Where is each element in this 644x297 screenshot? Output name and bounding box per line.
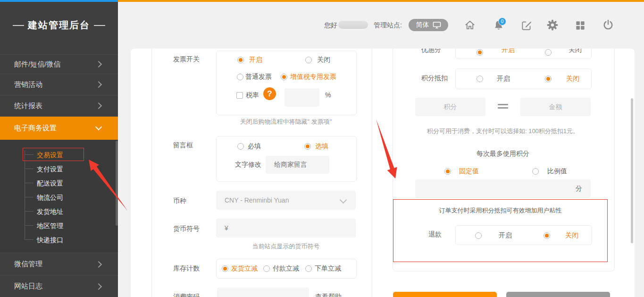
submenu-tree-line: [25, 150, 25, 240]
chevron-right-icon: [95, 102, 102, 109]
tax-rate-label[interactable]: 税率: [246, 91, 259, 100]
submenu-item-express-api[interactable]: 快递接口: [37, 236, 63, 245]
refund-off-label[interactable]: 关闭: [565, 231, 578, 240]
apps-grid-icon[interactable]: [574, 19, 586, 32]
power-logout-icon[interactable]: [602, 19, 614, 31]
greeting-text: 您好: [324, 21, 337, 30]
sidebar-item-label: 微信管理: [14, 260, 42, 269]
settings-gear-icon[interactable]: [546, 19, 559, 31]
refund-on-label[interactable]: 开启: [499, 231, 512, 240]
tree-tick: [25, 239, 33, 240]
sidebar-item-marketing[interactable]: 营销活动: [0, 74, 118, 95]
submenu-item-shipping-address[interactable]: 发货地址: [37, 208, 63, 216]
fixed-value-label[interactable]: 固定值: [459, 167, 479, 176]
message-text-input[interactable]: 给商家留言: [266, 156, 329, 174]
tree-tick: [25, 197, 33, 197]
equals-sign: [498, 104, 508, 105]
ecommerce-submenu: 交易设置 支付设置 配送设置 物流公司 发货地址 地区管理 快递接口: [0, 140, 118, 253]
header-top-accent: [118, 0, 644, 2]
vat-invoice-label[interactable]: 增值税专用发票: [290, 73, 336, 81]
submenu-item-logistics-company[interactable]: 物流公司: [37, 194, 63, 202]
sidebar-top-accent: [0, 0, 118, 2]
view-help-link[interactable]: 查看帮助: [315, 293, 342, 297]
max-points-input[interactable]: 分: [415, 179, 591, 198]
sidebar-item-ecommerce-settings[interactable]: 电子商务设置: [0, 116, 118, 140]
title-dash-right: [94, 25, 105, 26]
content-scrollbar-thumb[interactable]: [631, 98, 633, 243]
app-title: 建站管理后台: [0, 19, 118, 32]
sidebar-scrollbar-thumb[interactable]: [116, 141, 118, 226]
refund-on-radio[interactable]: [475, 232, 482, 239]
deduct-off-radio[interactable]: [545, 76, 552, 82]
invoice-off-label[interactable]: 关闭: [317, 56, 330, 64]
deduct-on-radio[interactable]: [477, 76, 483, 82]
tax-rate-checkbox[interactable]: [236, 92, 243, 99]
ratio-value-label[interactable]: 比例值: [547, 167, 567, 176]
cancel-button[interactable]: [506, 292, 610, 297]
points-deduction-label: 积分抵扣: [421, 74, 448, 83]
invoice-on-label[interactable]: 开启: [249, 56, 262, 64]
message-required-radio[interactable]: [237, 143, 244, 150]
submenu-item-delivery-settings[interactable]: 配送设置: [37, 179, 63, 188]
redbox-hint: 订单支付时采用积分抵扣可有效增加用户粘性: [393, 206, 608, 215]
invoice-hint: 关闭后购物流程中将隐藏" 发票项": [216, 118, 356, 126]
language-view-button[interactable]: 简体: [409, 19, 448, 31]
ratio-value-radio[interactable]: [532, 168, 539, 175]
home-icon[interactable]: [464, 19, 476, 31]
stock-ship-label[interactable]: 发货立减: [231, 264, 258, 273]
stock-order-radio[interactable]: [305, 265, 312, 272]
amount-input[interactable]: 金额: [520, 98, 591, 116]
tax-rate-input[interactable]: [284, 88, 319, 107]
sidebar-item-wechat-management[interactable]: 微信管理: [0, 253, 118, 275]
currency-select[interactable]: CNY - Renminbi Yuan: [216, 191, 356, 210]
sidebar-item-statistics[interactable]: 统计报表: [0, 95, 118, 116]
tax-help-icon[interactable]: ?: [263, 87, 276, 100]
save-button[interactable]: [393, 292, 497, 297]
tree-tick: [25, 154, 33, 155]
bonus-on-label[interactable]: 开启: [502, 49, 515, 54]
equals-sign: [498, 107, 508, 109]
message-optional-label[interactable]: 选填: [315, 142, 328, 151]
stock-order-label[interactable]: 下单立减: [315, 264, 341, 273]
chevron-right-icon: [95, 81, 102, 88]
vat-invoice-radio[interactable]: [281, 74, 287, 80]
refund-off-radio[interactable]: [544, 232, 550, 239]
normal-invoice-radio[interactable]: [237, 74, 243, 80]
admin-page: 建站管理后台 邮件/短信/微信 营销活动 统计报表 电子商务设置: [0, 0, 644, 297]
points-input[interactable]: 积分: [415, 98, 485, 116]
stock-pay-label[interactable]: 付款立减: [273, 264, 299, 273]
submenu-item-trade-settings[interactable]: 交易设置: [37, 151, 63, 160]
fixed-value-radio[interactable]: [444, 168, 451, 175]
sidebar-item-mail-sms-wechat[interactable]: 邮件/短信/微信: [0, 54, 118, 74]
tree-tick: [25, 169, 33, 169]
normal-invoice-label[interactable]: 普通发票: [245, 73, 272, 81]
notification-badge: 0: [498, 17, 506, 25]
bonus-off-label[interactable]: 关闭: [569, 49, 582, 54]
title-dash-left: [13, 25, 24, 26]
tree-tick: [25, 225, 33, 226]
consume-password-input[interactable]: [217, 288, 309, 297]
message-optional-radio[interactable]: [304, 143, 311, 150]
submenu-item-region-management[interactable]: 地区管理: [37, 222, 63, 230]
stock-ship-radio[interactable]: [222, 265, 228, 272]
submenu-item-payment-settings[interactable]: 支付设置: [37, 165, 63, 174]
message-required-label[interactable]: 必填: [248, 142, 261, 151]
sidebar-item-label: 电子商务设置: [14, 124, 57, 133]
sidebar-item-label: 营销活动: [14, 80, 42, 89]
tax-percent-unit: %: [325, 91, 331, 99]
edit-icon[interactable]: [520, 19, 533, 32]
points-usage-hint: 积分可用于消费，支付时可以选择如: 100积分抵扣1元。: [407, 127, 599, 136]
bonus-on-radio[interactable]: [477, 49, 483, 56]
consume-password-label: 消费密码: [173, 293, 200, 297]
invoice-on-radio[interactable]: [237, 57, 244, 63]
stock-pay-radio[interactable]: [263, 265, 270, 272]
content-panel: 发票开关 开启 关闭 普通发票 增值税专用发票 税率 ? % 关闭后购物流程中将…: [131, 49, 635, 297]
invoice-off-radio[interactable]: [305, 57, 312, 63]
currency-symbol-input[interactable]: ¥: [216, 219, 356, 238]
sidebar-item-site-log[interactable]: 网站日志: [0, 275, 118, 297]
language-label: 简体: [416, 21, 429, 29]
username-redacted: [338, 21, 368, 29]
deduct-on-label[interactable]: 开启: [497, 75, 510, 83]
bonus-off-radio[interactable]: [545, 49, 552, 56]
deduct-off-label[interactable]: 关闭: [566, 75, 579, 83]
